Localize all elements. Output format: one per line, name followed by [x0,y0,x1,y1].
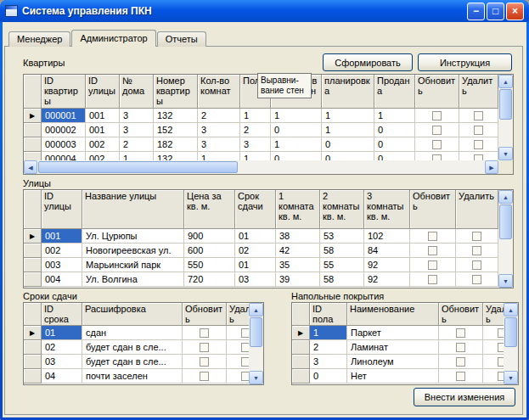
cell[interactable]: 84 [364,244,410,258]
cell[interactable]: Линолеум [347,355,439,369]
checkbox[interactable] [428,232,437,241]
cell[interactable]: 000001 [42,109,86,123]
checkbox-cell[interactable] [415,137,459,152]
checkbox[interactable] [428,275,437,284]
row-selector[interactable] [24,369,42,384]
column-header[interactable]: планировка [322,75,374,109]
column-header[interactable]: Наименование [347,303,439,326]
column-header[interactable]: Удалить [456,190,498,229]
row-selector-header[interactable] [292,303,310,326]
column-header[interactable]: Продана [374,75,415,109]
row-selector-header[interactable] [24,75,42,109]
checkbox-cell[interactable] [415,109,459,123]
cell[interactable]: 000002 [42,123,86,137]
cell[interactable]: 600 [184,244,235,258]
current-row-indicator[interactable]: ▶ [292,326,310,340]
scroll-thumb[interactable] [38,161,238,173]
generate-button[interactable]: Сформировать [323,53,413,71]
cell[interactable]: Паркет [347,326,439,340]
checkbox-cell[interactable] [410,244,456,258]
cell[interactable]: 002 [86,137,120,152]
cell[interactable]: 92 [364,258,410,272]
cell[interactable]: 0 [310,369,347,384]
column-header[interactable]: Удалить [227,303,249,326]
checkbox[interactable] [432,111,442,120]
checkbox-cell[interactable] [227,355,249,369]
cell[interactable]: 01 [235,258,276,272]
checkbox-cell[interactable] [415,123,459,137]
column-header[interactable]: Обновить [183,303,227,326]
cell[interactable]: 0 [271,123,322,137]
column-header[interactable]: Название улицы [82,190,184,229]
cell[interactable]: 152 [154,123,198,137]
checkbox-cell[interactable] [459,123,498,137]
scroll-thumb[interactable] [504,317,517,347]
cell[interactable]: 1 [271,109,322,123]
checkbox[interactable] [472,260,481,270]
column-header[interactable]: Срок сдачи [235,190,276,229]
cell[interactable]: 1 [240,152,271,160]
column-header[interactable]: Расшифровка [82,303,183,326]
checkbox-cell[interactable] [227,340,249,355]
cell[interactable]: 132 [154,152,198,160]
checkbox-cell[interactable] [227,369,249,384]
checkbox-cell[interactable] [483,369,504,384]
instruction-button[interactable]: Инструкция [418,53,512,71]
checkbox[interactable] [456,328,465,338]
cell[interactable]: 03 [42,355,82,369]
cell[interactable]: 35 [276,258,320,272]
scroll-thumb[interactable] [499,89,512,120]
checkbox-cell[interactable] [227,326,249,340]
checkbox[interactable] [200,343,209,352]
row-selector[interactable] [24,258,42,272]
cell[interactable]: 3 [120,123,154,137]
row-selector-header[interactable] [24,303,42,326]
apartments-vertical-scrollbar[interactable]: ▲▼ [498,75,513,160]
checkbox-cell[interactable] [183,326,227,340]
column-header[interactable]: № дома [120,75,154,109]
cell[interactable]: 02 [235,244,276,258]
cell[interactable]: 0 [271,152,322,160]
tab-manager[interactable]: Менеджер [8,31,70,47]
cell[interactable]: Ламинат [347,340,439,355]
checkbox[interactable] [498,372,504,381]
column-header[interactable]: Обновить [415,75,459,109]
cell[interactable]: 0 [322,137,374,152]
checkbox[interactable] [200,328,209,338]
checkbox-cell[interactable] [483,355,504,369]
checkbox[interactable] [456,372,465,381]
cell[interactable]: Марьинский парк [82,258,184,272]
cell[interactable]: 3 [120,109,154,123]
cell[interactable]: 900 [184,229,235,244]
checkbox-cell[interactable] [456,244,498,258]
scroll-up-button[interactable]: ▲ [504,303,518,316]
checkbox[interactable] [428,246,437,255]
row-selector[interactable] [24,137,42,152]
column-header[interactable]: ID срока [42,303,82,326]
row-selector[interactable] [24,244,42,258]
checkbox-cell[interactable] [439,340,483,355]
streets-vertical-scrollbar[interactable]: ▲▼ [498,190,513,288]
cell[interactable]: Нет [347,369,439,384]
row-selector-header[interactable] [24,190,42,229]
cell[interactable]: 58 [320,244,364,258]
checkbox[interactable] [498,357,504,367]
cell[interactable]: 53 [320,229,364,244]
checkbox-cell[interactable] [183,340,227,355]
row-selector[interactable] [24,272,42,287]
cell[interactable]: 3 [198,123,240,137]
checkbox[interactable] [472,275,481,284]
cell[interactable]: 3 [198,137,240,152]
row-selector[interactable] [24,355,42,369]
terms-vertical-scrollbar[interactable]: ▲▼ [249,303,263,384]
cell[interactable]: 003 [42,258,82,272]
cell[interactable]: 102 [364,229,410,244]
cell[interactable]: 03 [235,272,276,287]
cell[interactable]: 42 [276,244,320,258]
tab-reports[interactable]: Отчеты [157,31,206,47]
current-row-indicator[interactable]: ▶ [24,229,42,244]
column-header[interactable]: 1 комната кв. м. [276,190,320,229]
checkbox[interactable] [498,328,504,338]
row-selector[interactable] [24,123,42,137]
checkbox[interactable] [474,154,483,160]
